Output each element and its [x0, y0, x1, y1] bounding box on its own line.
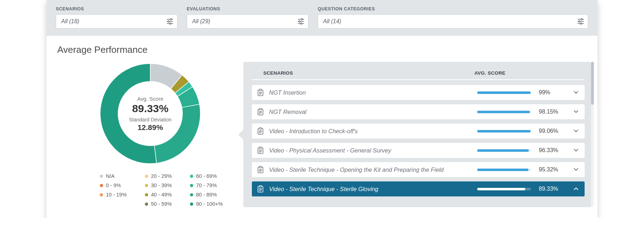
donut-center: Avg. Score 89.33% Standard Deviation 12.… — [98, 62, 202, 165]
scenario-name: Video - Physical Assessment - General Su… — [269, 147, 472, 154]
header-avg-score: AVG. SCORE — [474, 70, 582, 76]
filter-scenarios-value: All (18) — [61, 18, 79, 25]
svg-point-1 — [170, 19, 172, 20]
legend-dot — [145, 184, 148, 187]
scenario-score: 89.33% — [539, 186, 567, 192]
chevron-down-icon[interactable] — [572, 110, 580, 114]
legend-label: 60 - 69% — [196, 173, 217, 179]
legend-label: 20 - 29% — [151, 173, 172, 179]
scenario-score: 98.15% — [539, 109, 567, 115]
score-bar — [477, 188, 531, 190]
svg-point-11 — [301, 23, 302, 24]
legend-label: 40 - 49% — [151, 192, 172, 198]
svg-point-9 — [299, 21, 300, 22]
svg-point-7 — [301, 19, 303, 20]
score-bar — [477, 169, 531, 171]
filter-question-categories-label: QUESTION CATEGORIES — [318, 6, 588, 11]
legend-item: 50 - 59% — [145, 201, 188, 207]
clipboard-icon — [257, 146, 264, 154]
svg-rect-44 — [259, 186, 262, 187]
filter-evaluations: EVALUATIONS All (29) — [187, 6, 308, 29]
scenario-rows: NGT Insertion99%NGT Removal98.15%Video -… — [252, 85, 585, 196]
sliders-icon — [297, 18, 304, 25]
svg-point-13 — [581, 19, 582, 20]
filter-scenarios-input[interactable]: All (18) — [56, 14, 177, 29]
scenario-score: 96.33% — [539, 147, 567, 154]
scenario-row[interactable]: NGT Removal98.15% — [252, 104, 585, 119]
filter-question-categories-value: All (14) — [323, 18, 341, 25]
svg-rect-28 — [258, 129, 263, 134]
header-scenarios: SCENARIOS — [263, 70, 474, 76]
legend-dot — [190, 175, 193, 178]
legend-dot — [145, 193, 148, 196]
legend-dot — [100, 193, 103, 196]
body-area: Avg. Score 89.33% Standard Deviation 12.… — [47, 62, 597, 218]
legend-item: 80 - 89% — [190, 192, 233, 198]
chevron-down-icon[interactable] — [572, 149, 580, 152]
filter-evaluations-input[interactable]: All (29) — [187, 14, 308, 29]
scenario-row[interactable]: Video - Sterile Technique - Opening the … — [252, 162, 585, 177]
svg-rect-29 — [259, 128, 262, 129]
scenario-row[interactable]: Video - Physical Assessment - General Su… — [252, 143, 585, 158]
svg-rect-34 — [259, 147, 262, 149]
legend-label: 10 - 19% — [106, 192, 127, 198]
legend-label: 50 - 59% — [151, 201, 172, 207]
legend-item: 60 - 69% — [190, 173, 233, 179]
svg-rect-18 — [258, 90, 263, 96]
scrollbar-thumb[interactable] — [591, 62, 594, 105]
legend-dot — [190, 193, 193, 196]
svg-rect-39 — [259, 166, 262, 168]
chevron-up-icon[interactable] — [572, 187, 580, 191]
donut-chart: Avg. Score 89.33% Standard Deviation 12.… — [57, 62, 243, 207]
scenario-row[interactable]: Video - Sterile Technique - Sterile Glov… — [252, 181, 585, 196]
scenario-name: NGT Removal — [269, 109, 472, 115]
clipboard-icon — [257, 127, 264, 135]
legend-item: 90 - 100+% — [190, 201, 233, 207]
panel-headers: SCENARIOS AVG. SCORE — [252, 70, 585, 80]
legend-dot — [100, 175, 103, 178]
chevron-down-icon[interactable] — [572, 91, 580, 94]
legend-dot — [190, 184, 193, 187]
avg-score-value: 89.33% — [132, 102, 169, 115]
svg-rect-33 — [258, 148, 263, 154]
chevron-down-icon[interactable] — [572, 168, 580, 171]
legend-label: N/A — [106, 173, 114, 179]
legend-label: 90 - 100+% — [196, 201, 223, 207]
app-frame: SCENARIOS All (18) EVALUATIONS All (29) — [47, 0, 597, 218]
filter-bar: SCENARIOS All (18) EVALUATIONS All (29) — [47, 0, 597, 36]
svg-point-5 — [170, 23, 171, 24]
legend-label: 0 - 9% — [106, 182, 121, 188]
chevron-down-icon[interactable] — [572, 129, 580, 133]
score-bar — [477, 111, 531, 113]
scenarios-panel: SCENARIOS AVG. SCORE NGT Insertion99%NGT… — [243, 62, 591, 207]
scenario-score: 95.32% — [539, 166, 567, 173]
scenario-name: NGT Insertion — [269, 89, 472, 96]
svg-rect-19 — [259, 89, 262, 91]
score-bar — [477, 149, 531, 152]
legend-dot — [190, 202, 193, 206]
scenario-row[interactable]: NGT Insertion99% — [252, 85, 585, 100]
left-column: Avg. Score 89.33% Standard Deviation 12.… — [57, 62, 243, 207]
legend-item: 0 - 9% — [100, 182, 143, 188]
std-dev-label: Standard Deviation — [129, 117, 171, 122]
legend-item: 70 - 79% — [190, 182, 233, 188]
clipboard-icon — [257, 166, 264, 174]
scenario-score: 99% — [539, 89, 567, 96]
legend-dot — [145, 175, 148, 178]
clipboard-icon — [257, 185, 264, 193]
filter-question-categories-input[interactable]: All (14) — [318, 14, 588, 29]
filter-scenarios: SCENARIOS All (18) — [56, 6, 177, 29]
right-column: SCENARIOS AVG. SCORE NGT Insertion99%NGT… — [243, 62, 591, 207]
legend-label: 30 - 39% — [151, 182, 172, 188]
legend-label: 70 - 79% — [196, 182, 217, 188]
filter-question-categories: QUESTION CATEGORIES All (14) — [318, 6, 588, 29]
svg-rect-38 — [258, 167, 263, 173]
svg-rect-24 — [259, 109, 262, 110]
score-bar — [477, 91, 531, 94]
clipboard-icon — [257, 108, 264, 116]
scenario-name: Video - Sterile Technique - Sterile Glov… — [269, 186, 472, 192]
std-dev-value: 12.89% — [137, 123, 163, 132]
legend-label: 80 - 89% — [196, 192, 217, 198]
scenario-name: Video - Sterile Technique - Opening the … — [269, 166, 472, 173]
scenario-row[interactable]: Video - Introduction to Check-off's99.06… — [252, 124, 585, 139]
